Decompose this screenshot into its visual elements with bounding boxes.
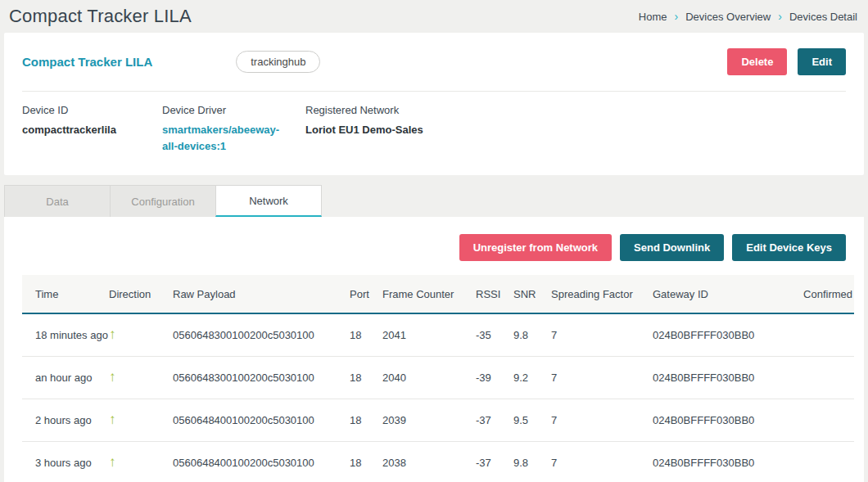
cell-direction: ↑	[109, 399, 173, 441]
cell-port: 18	[350, 399, 382, 441]
cell-frame-counter: 2040	[382, 356, 476, 399]
cell-direction: ↑	[109, 313, 173, 356]
table-row: 3 hours ago ↑ 0560648400100200c5030100 1…	[22, 441, 854, 482]
cell-confirmed	[780, 441, 854, 482]
cell-confirmed	[780, 313, 854, 356]
cell-rssi: -39	[476, 356, 513, 399]
breadcrumb: Home › Devices Overview › Devices Detail	[639, 11, 857, 23]
cell-confirmed	[780, 399, 854, 441]
cell-gateway-id: 024B0BFFFF030BB0	[653, 313, 780, 356]
cell-rssi: -37	[476, 399, 513, 441]
cell-time: an hour ago	[22, 356, 109, 399]
cell-frame-counter: 2038	[382, 441, 476, 482]
direction-up-icon: ↑	[109, 327, 116, 342]
cell-spreading-factor: 7	[551, 399, 653, 441]
field-device-id: Device ID compacttrackerlila	[22, 104, 162, 154]
device-id-value: compacttrackerlila	[22, 122, 162, 138]
cell-raw-payload: 0560648300100200c5030100	[173, 356, 350, 399]
cell-raw-payload: 0560648300100200c5030100	[173, 313, 350, 356]
cell-snr: 9.2	[513, 356, 551, 399]
field-label: Registered Network	[305, 104, 423, 116]
col-raw-payload: Raw Payload	[173, 275, 350, 313]
cell-snr: 9.8	[513, 441, 551, 482]
unregister-from-network-button[interactable]: Unregister from Network	[459, 234, 612, 261]
cell-confirmed	[780, 356, 854, 399]
delete-button[interactable]: Delete	[727, 48, 787, 75]
chevron-right-icon: ›	[778, 11, 782, 22]
tab-configuration[interactable]: Configuration	[110, 185, 216, 217]
col-frame-counter: Frame Counter	[382, 275, 476, 313]
network-panel: Unregister from Network Send Downlink Ed…	[4, 217, 864, 482]
cell-port: 18	[350, 441, 382, 482]
field-label: Device ID	[22, 104, 162, 116]
cell-time: 18 minutes ago	[22, 313, 109, 356]
chevron-right-icon: ›	[675, 11, 679, 22]
device-card: Compact Tracker LILA trackinghub Delete …	[4, 33, 864, 175]
col-time: Time	[22, 275, 109, 313]
device-card-header: Compact Tracker LILA trackinghub Delete …	[4, 33, 864, 91]
device-fields: Device ID compacttrackerlila Device Driv…	[4, 92, 864, 175]
cell-raw-payload: 0560648400100200c5030100	[173, 399, 350, 441]
tab-bar: Data Configuration Network	[4, 185, 864, 217]
cell-spreading-factor: 7	[551, 441, 653, 482]
cell-gateway-id: 024B0BFFFF030BB0	[653, 399, 780, 441]
col-snr: SNR	[513, 275, 551, 313]
col-gateway-id: Gateway ID	[653, 275, 780, 313]
edit-button[interactable]: Edit	[798, 48, 846, 75]
page: Compact Tracker LILA Home › Devices Over…	[0, 0, 868, 482]
cell-snr: 9.5	[513, 399, 551, 441]
cell-gateway-id: 024B0BFFFF030BB0	[653, 356, 780, 399]
breadcrumb-devices-detail: Devices Detail	[789, 11, 857, 23]
col-port: Port	[350, 275, 382, 313]
direction-up-icon: ↑	[109, 369, 116, 385]
send-downlink-button[interactable]: Send Downlink	[620, 234, 724, 261]
cell-direction: ↑	[109, 441, 173, 482]
direction-up-icon: ↑	[109, 454, 116, 470]
table-row: an hour ago ↑ 0560648300100200c5030100 1…	[22, 356, 854, 399]
cell-port: 18	[350, 313, 382, 356]
cell-snr: 9.8	[513, 313, 551, 356]
cell-frame-counter: 2039	[382, 399, 476, 441]
field-label: Device Driver	[162, 104, 305, 116]
registered-network-value: Loriot EU1 Demo-Sales	[305, 122, 423, 138]
device-tag-chip: trackinghub	[236, 51, 320, 73]
direction-up-icon: ↑	[109, 412, 116, 427]
breadcrumb-home[interactable]: Home	[639, 11, 667, 23]
col-spreading-factor: Spreading Factor	[551, 275, 653, 313]
table-row: 2 hours ago ↑ 0560648400100200c5030100 1…	[22, 399, 854, 441]
top-bar: Compact Tracker LILA Home › Devices Over…	[4, 0, 864, 33]
col-confirmed: Confirmed	[780, 275, 854, 313]
page-title: Compact Tracker LILA	[9, 6, 192, 27]
cell-direction: ↑	[109, 356, 173, 399]
tab-data[interactable]: Data	[4, 185, 111, 217]
cell-rssi: -37	[476, 441, 513, 482]
uplink-table: Time Direction Raw Payload Port Frame Co…	[22, 275, 854, 482]
cell-spreading-factor: 7	[551, 356, 653, 399]
device-driver-link[interactable]: smartmakers/abeeway-all-devices:1	[162, 122, 293, 154]
cell-frame-counter: 2041	[382, 313, 476, 356]
cell-port: 18	[350, 356, 382, 399]
col-rssi: RSSI	[476, 275, 513, 313]
field-registered-network: Registered Network Loriot EU1 Demo-Sales	[305, 104, 423, 154]
cell-time: 3 hours ago	[22, 441, 109, 482]
network-actions: Unregister from Network Send Downlink Ed…	[4, 217, 864, 261]
col-direction: Direction	[109, 275, 173, 313]
cell-time: 2 hours ago	[22, 399, 109, 441]
edit-device-keys-button[interactable]: Edit Device Keys	[732, 234, 846, 261]
cell-rssi: -35	[476, 313, 513, 356]
uplink-table-header: Time Direction Raw Payload Port Frame Co…	[22, 275, 854, 313]
cell-raw-payload: 0560648400100200c5030100	[173, 441, 350, 482]
device-card-title: Compact Tracker LILA	[22, 55, 152, 69]
cell-spreading-factor: 7	[551, 313, 653, 356]
tab-network[interactable]: Network	[215, 185, 322, 217]
table-row: 18 minutes ago ↑ 0560648300100200c503010…	[22, 313, 854, 356]
breadcrumb-devices-overview[interactable]: Devices Overview	[685, 11, 771, 23]
cell-gateway-id: 024B0BFFFF030BB0	[653, 441, 780, 482]
field-device-driver: Device Driver smartmakers/abeeway-all-de…	[162, 104, 305, 154]
